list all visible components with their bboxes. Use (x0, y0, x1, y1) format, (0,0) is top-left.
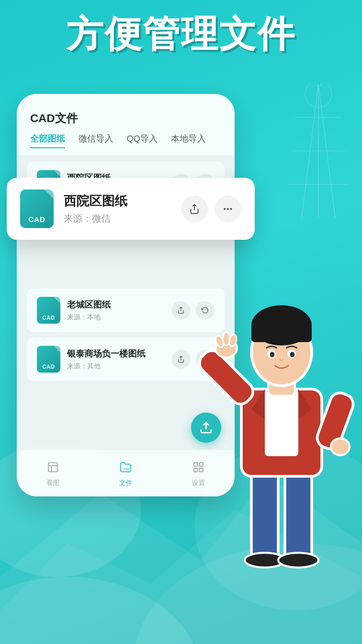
svg-point-25 (230, 208, 232, 210)
svg-point-29 (278, 553, 318, 568)
character-illustration (194, 292, 362, 594)
floating-card-file-icon: CAD (20, 190, 54, 228)
nav-label-files: 文件 (119, 478, 132, 487)
svg-rect-26 (251, 466, 278, 560)
svg-rect-39 (251, 325, 312, 342)
deco-tower (285, 84, 352, 218)
files-icon: CAD (117, 459, 134, 476)
tab-qq[interactable]: QQ导入 (127, 133, 158, 148)
file-source-2: 来源：本地 (67, 313, 165, 322)
file-icon-2: CAD (37, 297, 60, 324)
nav-item-files[interactable]: CAD 文件 (117, 459, 134, 487)
svg-point-46 (223, 332, 230, 345)
svg-rect-31 (265, 389, 298, 456)
svg-point-48 (331, 438, 350, 455)
file-icon-3: CAD (37, 346, 60, 373)
tab-all[interactable]: 全部图纸 (30, 133, 65, 148)
svg-rect-14 (49, 463, 58, 472)
svg-text:CAD: CAD (124, 468, 129, 471)
file-info-2: 老城区图纸 来源：本地 (67, 299, 165, 322)
tab-local[interactable]: 本地导入 (171, 133, 206, 148)
floating-card: CAD 西院区图纸 来源：微信 (7, 178, 255, 240)
main-title: 方便管理文件 (0, 13, 362, 54)
viewer-icon (45, 459, 61, 476)
svg-rect-27 (285, 466, 312, 560)
nav-label-viewer: 看图 (46, 478, 60, 487)
nav-item-viewer[interactable]: 看图 (45, 459, 61, 487)
floating-more-button[interactable] (215, 196, 241, 222)
floating-card-actions (181, 196, 241, 222)
floating-card-source: 来源：微信 (64, 212, 171, 225)
share-btn-3[interactable] (172, 350, 190, 369)
svg-point-42 (270, 352, 275, 357)
file-name-2: 老城区图纸 (67, 299, 165, 311)
svg-point-23 (224, 208, 226, 210)
floating-card-info: 西院区图纸 来源：微信 (64, 193, 171, 225)
file-source-3: 来源：其他 (67, 362, 165, 371)
svg-point-24 (227, 208, 229, 210)
file-name-3: 银泰商场负一楼图纸 (67, 348, 165, 360)
share-btn-2[interactable] (172, 301, 190, 320)
tab-wechat[interactable]: 微信导入 (78, 133, 113, 148)
floating-share-button[interactable] (181, 196, 208, 222)
phone-header: CAD文件 全部图纸 微信导入 QQ导入 本地导入 (17, 94, 235, 155)
phone-tabs: 全部图纸 微信导入 QQ导入 本地导入 (30, 133, 221, 148)
floating-card-filename: 西院区图纸 (64, 193, 171, 210)
svg-point-43 (290, 352, 295, 357)
phone-section-title: CAD文件 (30, 111, 221, 126)
file-info-3: 银泰商场负一楼图纸 来源：其他 (67, 348, 165, 371)
